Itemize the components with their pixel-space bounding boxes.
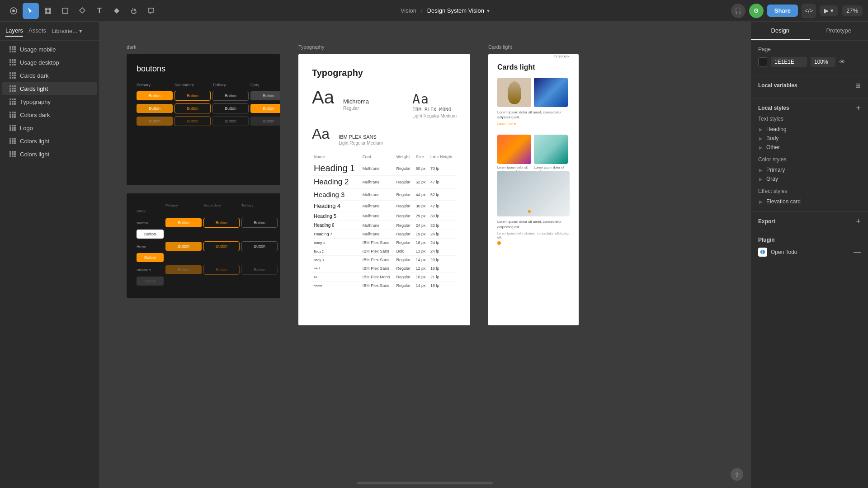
btn2-tertiary-normal[interactable]: Button xyxy=(241,218,278,228)
cards-title: Cards light xyxy=(497,63,570,71)
text-tool-button[interactable]: T xyxy=(91,3,108,19)
sidebar-item-colors-light-1[interactable]: Colors light xyxy=(2,135,97,147)
btn2-white-normal[interactable]: Button xyxy=(137,230,164,239)
btn-tertiary-disabled[interactable]: Button xyxy=(212,116,249,126)
btn2-primary-disabled[interactable]: Button xyxy=(165,265,202,274)
text-styles-group: Text styles ▶ Heading ▶ Body ▶ Other xyxy=(758,116,861,152)
canvas[interactable]: dark boutons Icrqmopo Primary Secondary … xyxy=(99,22,750,488)
collapse-plugin-button[interactable]: — xyxy=(854,248,861,256)
gray-color-label: Gray xyxy=(766,176,778,182)
card-1-text: Lorem ipsum dolor sit amet, consectetur … xyxy=(497,110,570,120)
sidebar-item-cards-light[interactable]: Cards light xyxy=(2,82,97,95)
btn2-white-hover[interactable]: Button xyxy=(137,253,164,262)
card-3-img xyxy=(497,171,570,216)
page-color-input[interactable] xyxy=(771,57,807,67)
grid-icon xyxy=(9,150,16,158)
btn-secondary-normal[interactable]: Button xyxy=(175,91,211,101)
share-button[interactable]: Share xyxy=(767,5,798,17)
components-tool-button[interactable] xyxy=(108,3,125,19)
style-row-heading[interactable]: ▶ Heading xyxy=(758,125,861,134)
move-tool-button[interactable] xyxy=(23,3,39,19)
style-row-primary[interactable]: ▶ Primary xyxy=(758,165,861,174)
typography-title: Typography xyxy=(312,68,457,78)
btn2-tertiary-disabled[interactable]: Button xyxy=(241,265,278,275)
tab-prototype[interactable]: Prototype xyxy=(810,22,868,40)
avatar: G xyxy=(749,4,764,18)
zoom-level[interactable]: 27% xyxy=(842,5,863,16)
sidebar-item-usage-desktop[interactable]: Usage desktop xyxy=(2,56,97,69)
frame-container-cards: Cards light Cards light Lorem ipsum dolo… xyxy=(488,44,579,325)
table-row: Heading 2MulhraneRegular52 px47 lp xyxy=(312,176,457,189)
card-1-img-1 xyxy=(497,78,531,107)
style-row-body[interactable]: ▶ Body xyxy=(758,134,861,143)
play-button[interactable]: ▶ ▾ xyxy=(820,5,838,16)
home-button[interactable] xyxy=(5,3,22,19)
page-color-swatch[interactable] xyxy=(758,57,767,66)
btn-primary-disabled[interactable]: Button xyxy=(137,117,173,126)
btn-row-normal: Button Button Button Button xyxy=(137,91,270,101)
tab-design[interactable]: Design xyxy=(751,22,810,40)
sidebar-tab-layers[interactable]: Layers xyxy=(5,25,23,37)
table-row: Body 2IBM Plex SansBold13 px24 lp xyxy=(312,247,457,256)
canvas-scrollbar[interactable] xyxy=(357,482,493,484)
style-row-gray[interactable]: ▶ Gray xyxy=(758,174,861,183)
style-row-other[interactable]: ▶ Other xyxy=(758,143,861,152)
headphones-button[interactable]: 🎧 xyxy=(731,4,745,18)
btn2-tertiary-hover[interactable]: Button xyxy=(241,241,278,251)
btn-secondary-disabled[interactable]: Button xyxy=(175,116,211,126)
page-opacity-input[interactable] xyxy=(811,57,835,67)
typo-aa-michroma: Aa xyxy=(312,87,334,108)
btn-primary-normal[interactable]: Button xyxy=(137,91,173,100)
card-2-img-right: Lorem ipsum dolor sit amet, consectetur … xyxy=(534,135,568,164)
btn2-secondary-normal[interactable]: Button xyxy=(203,218,240,228)
sidebar-item-cards-dark[interactable]: Cards dark xyxy=(2,69,97,82)
sidebar-tab-assets[interactable]: Assets xyxy=(28,25,46,37)
btn-row-2-normal: Normal Button Button Button Button xyxy=(137,218,270,239)
sidebar-item-typography[interactable]: Typography xyxy=(2,95,97,108)
shape-tool-button[interactable] xyxy=(57,3,73,19)
btn-gray-disabled[interactable]: Button xyxy=(250,117,280,126)
btn-gray-normal[interactable]: Button xyxy=(250,91,280,100)
btn2-secondary-disabled[interactable]: Button xyxy=(203,265,240,275)
visibility-toggle[interactable]: 👁 xyxy=(839,58,845,66)
card-1-learn[interactable]: Learn more xyxy=(497,122,570,126)
btn-secondary-hover[interactable]: Button xyxy=(175,103,211,113)
btn-primary-hover[interactable]: Button xyxy=(137,104,173,113)
btn-tertiary-hover[interactable]: Button xyxy=(212,103,249,113)
help-button[interactable]: ? xyxy=(731,468,743,481)
comment-tool-button[interactable] xyxy=(143,3,159,19)
style-row-elevation[interactable]: ▶ Elevation card xyxy=(758,197,861,206)
sidebar-item-colors-dark[interactable]: Colors dark xyxy=(2,108,97,121)
chevron-right-icon: ▶ xyxy=(758,199,764,204)
local-vars-settings-button[interactable]: ⊞ xyxy=(855,82,861,89)
typo-table-header-row: Name Font Weight Size Line Height xyxy=(312,153,457,161)
grid-icon xyxy=(9,59,16,66)
btn2-secondary-hover[interactable]: Button xyxy=(203,241,240,251)
add-export-button[interactable]: + xyxy=(856,217,861,225)
add-style-button[interactable]: + xyxy=(856,104,861,112)
sidebar-tab-libraries[interactable]: Librairie... ▾ xyxy=(52,28,82,34)
btn2-primary-hover[interactable]: Button xyxy=(165,242,202,251)
btn2-primary-normal[interactable]: Button xyxy=(165,218,202,227)
sidebar-items-list: Usage mobile Usage desktop Cards dark Ca… xyxy=(0,41,99,488)
frame-typography: Typography Aa Michroma Regular Aa IBM PL… xyxy=(298,54,470,325)
chevron-down-icon[interactable]: ▾ xyxy=(487,8,490,14)
table-row: Heading 5MulhraneRegular29 px30 lp xyxy=(312,211,457,221)
frame-container-dark: dark boutons Icrqmopo Primary Secondary … xyxy=(127,44,280,325)
pen-tool-button[interactable] xyxy=(74,3,90,19)
btn-gray-hover[interactable]: Button xyxy=(250,104,280,113)
sidebar-item-colors-light-2[interactable]: Colors light xyxy=(2,148,97,160)
table-row: Body 1IBM Plex SansRegular16 px24 lp xyxy=(312,239,457,247)
sidebar-item-usage-mobile[interactable]: Usage mobile xyxy=(2,43,97,56)
color-styles-group: Color styles ▶ Primary ▶ Gray xyxy=(758,156,861,183)
sidebar-item-logo[interactable]: Logo xyxy=(2,122,97,134)
btn-tertiary-normal[interactable]: Button xyxy=(212,91,249,101)
breadcrumb-parent: Vision xyxy=(401,7,416,14)
buttons-dark-title: boutons xyxy=(137,64,270,74)
frame-tool-button[interactable] xyxy=(40,3,56,19)
hand-tool-button[interactable] xyxy=(126,3,142,19)
effect-styles-label: Effect styles xyxy=(758,188,861,194)
code-button[interactable]: </> xyxy=(802,4,816,18)
chevron-right-icon: ▶ xyxy=(758,145,764,150)
btn2-white-disabled[interactable]: Button xyxy=(137,277,164,286)
